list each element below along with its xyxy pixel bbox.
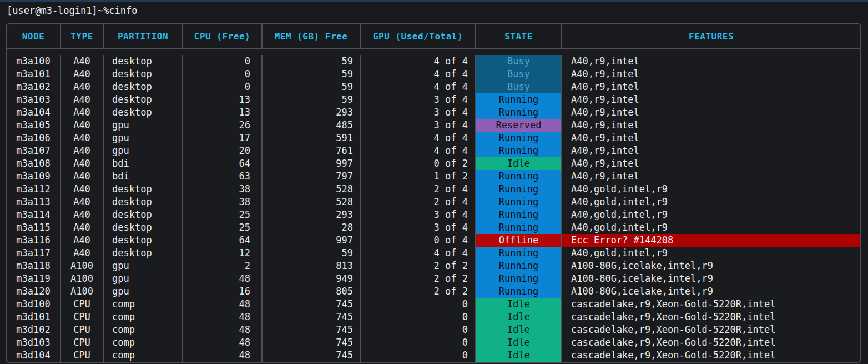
cell-node: m3a115	[7, 221, 61, 234]
cell-features: cascadelake,r9,Xeon-Gold-5220R,intel	[562, 311, 860, 323]
table-row: m3a102A40desktop0594 of 4BusyA40,r9,inte…	[7, 81, 860, 93]
window-top-accent-bar	[0, 0, 868, 2]
state-badge: Offline	[476, 234, 562, 247]
cell-partition: desktop	[104, 183, 183, 196]
cell-gpu-used-total: 3 of 4	[361, 93, 476, 106]
cell-gpu-used-total: 2 of 2	[361, 260, 476, 272]
state-badge: Idle	[476, 311, 562, 323]
state-badge: Running	[476, 196, 562, 208]
cell-node: m3a114	[7, 208, 61, 221]
cell-node: m3d100	[7, 298, 61, 311]
cell-features: A100-80G,icelake,intel,r9	[562, 285, 860, 298]
cell-cpu-free: 0	[183, 68, 263, 81]
state-badge: Running	[476, 285, 562, 298]
cell-partition: comp	[104, 298, 183, 311]
table-row: m3a118A100gpu28132 of 2RunningA100-80G,i…	[7, 260, 860, 272]
cell-type: A100	[61, 260, 104, 272]
cell-partition: gpu	[104, 285, 183, 298]
table-row: m3a100A40desktop0594 of 4BusyA40,r9,inte…	[7, 55, 860, 68]
state-badge: Idle	[476, 157, 562, 170]
cell-features: A40,r9,intel	[562, 81, 860, 93]
cluster-info-table: NODETYPEPARTITIONCPU (Free)MEM (GB) Free…	[6, 23, 861, 363]
cell-type: A100	[61, 272, 104, 285]
cell-cpu-free: 48	[183, 349, 263, 362]
cell-mem-free: 293	[263, 208, 361, 221]
table-row: m3a104A40desktop132933 of 4RunningA40,r9…	[7, 106, 860, 119]
cell-partition: comp	[104, 336, 183, 349]
cell-features: cascadelake,r9,Xeon-Gold-5220R,intel	[562, 336, 860, 349]
cell-node: m3a104	[7, 106, 61, 119]
cell-cpu-free: 38	[183, 196, 263, 208]
cell-mem-free: 28	[263, 221, 361, 234]
cell-node: m3a119	[7, 272, 61, 285]
cell-cpu-free: 26	[183, 119, 263, 132]
cell-mem-free: 761	[263, 144, 361, 157]
terminal-prompt: [user@m3-login1]~%cinfo	[7, 5, 137, 16]
state-badge: Running	[476, 272, 562, 285]
cell-type: A40	[61, 106, 104, 119]
cell-features: A40,gold,intel,r9	[562, 221, 860, 234]
cell-cpu-free: 38	[183, 183, 263, 196]
cell-features: cascadelake,r9,Xeon-Gold-5220R,intel	[562, 323, 860, 336]
cell-cpu-free: 13	[183, 93, 263, 106]
state-badge: Running	[476, 208, 562, 221]
cell-mem-free: 949	[263, 272, 361, 285]
cell-features: cascadelake,r9,Xeon-Gold-5220R,intel	[562, 349, 860, 362]
cell-gpu-used-total: 4 of 4	[361, 144, 476, 157]
table-row: m3a105A40gpu264853 of 4ReservedA40,r9,in…	[7, 119, 860, 132]
cell-features: A100-80G,icelake,intel,r9	[562, 272, 860, 285]
features-alert-bar: Ecc Error? #144208	[562, 234, 860, 247]
cell-partition: gpu	[104, 132, 183, 144]
cell-type: A40	[61, 196, 104, 208]
cell-mem-free: 997	[263, 157, 361, 170]
cell-cpu-free: 16	[183, 285, 263, 298]
cell-gpu-used-total: 0	[361, 323, 476, 336]
cell-partition: desktop	[104, 68, 183, 81]
cell-mem-free: 797	[263, 170, 361, 183]
cell-node: m3a103	[7, 93, 61, 106]
state-badge: Busy	[476, 55, 562, 68]
cell-gpu-used-total: 4 of 4	[361, 132, 476, 144]
state-badge: Running	[476, 132, 562, 144]
cell-gpu-used-total: 2 of 4	[361, 196, 476, 208]
cell-cpu-free: 63	[183, 170, 263, 183]
table-body: m3a100A40desktop0594 of 4BusyA40,r9,inte…	[7, 49, 860, 362]
cell-mem-free: 745	[263, 323, 361, 336]
table-row: m3a107A40gpu207614 of 4RunningA40,r9,int…	[7, 144, 860, 157]
cell-node: m3d103	[7, 336, 61, 349]
cell-mem-free: 591	[263, 132, 361, 144]
table-row: m3a117A40desktop12594 of 4RunningA40,gol…	[7, 247, 860, 260]
cell-node: m3a102	[7, 81, 61, 93]
cell-gpu-used-total: 0 of 4	[361, 234, 476, 247]
cell-features: A40,gold,intel,r9	[562, 196, 860, 208]
cell-mem-free: 59	[263, 55, 361, 68]
column-header: TYPE	[61, 24, 104, 48]
cell-gpu-used-total: 3 of 4	[361, 208, 476, 221]
column-header: CPU (Free)	[183, 24, 263, 48]
cell-type: A40	[61, 93, 104, 106]
state-badge: Running	[476, 221, 562, 234]
cell-partition: comp	[104, 323, 183, 336]
cell-cpu-free: 17	[183, 132, 263, 144]
cell-gpu-used-total: 3 of 4	[361, 221, 476, 234]
cell-partition: desktop	[104, 106, 183, 119]
cell-mem-free: 805	[263, 285, 361, 298]
cell-type: CPU	[61, 298, 104, 311]
cell-mem-free: 528	[263, 196, 361, 208]
state-badge: Running	[476, 247, 562, 260]
table-row: m3a108A40bdi649970 of 2IdleA40,r9,intel	[7, 157, 860, 170]
column-header: GPU (Used/Total)	[361, 24, 476, 48]
cell-node: m3a116	[7, 234, 61, 247]
state-badge: Running	[476, 260, 562, 272]
cell-partition: desktop	[104, 55, 183, 68]
state-badge: Running	[476, 170, 562, 183]
table-row: m3a120A100gpu168052 of 2RunningA100-80G,…	[7, 285, 860, 298]
cell-partition: gpu	[104, 144, 183, 157]
cell-gpu-used-total: 2 of 4	[361, 183, 476, 196]
cell-gpu-used-total: 2 of 2	[361, 272, 476, 285]
cell-node: m3a120	[7, 285, 61, 298]
cell-partition: bdi	[104, 157, 183, 170]
cell-cpu-free: 0	[183, 55, 263, 68]
cell-features: A40,r9,intel	[562, 144, 860, 157]
cell-type: A40	[61, 208, 104, 221]
